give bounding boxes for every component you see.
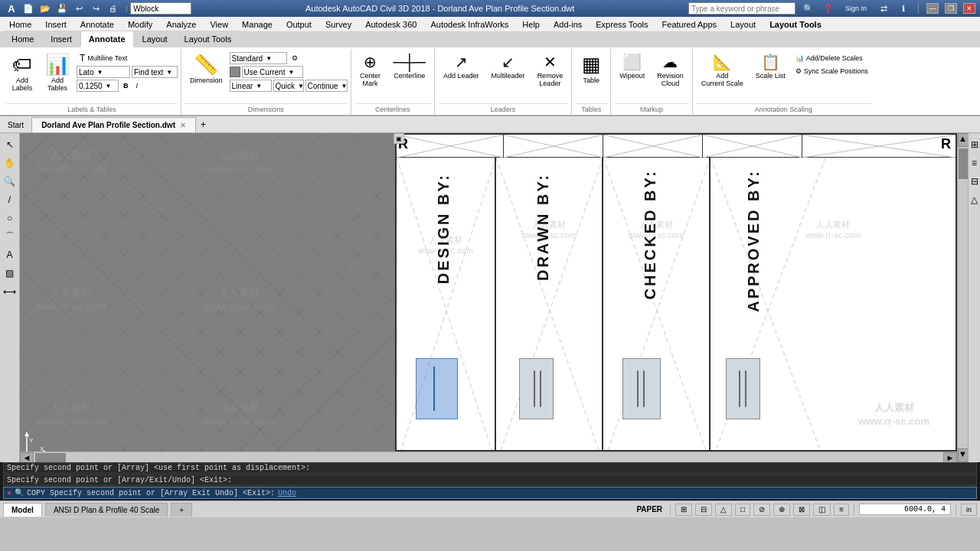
hatch-tool-button[interactable]: ▨ bbox=[2, 265, 18, 282]
drawn-by-input-1[interactable] bbox=[519, 358, 554, 419]
checked-by-input-1[interactable] bbox=[622, 358, 661, 419]
dimension-tool-button[interactable]: ⟷ bbox=[2, 283, 18, 300]
horizontal-scrollbar[interactable]: ◄ ► bbox=[20, 452, 957, 462]
minimize-button[interactable]: — bbox=[926, 3, 939, 14]
cmd-line-active[interactable]: ✕ 🔍 COPY Specify second point or [Array … bbox=[3, 487, 977, 499]
font-style-combo[interactable]: Find text▼ bbox=[132, 66, 178, 78]
menu-help[interactable]: Help bbox=[516, 17, 546, 32]
menu-autodesk360[interactable]: Autodesk 360 bbox=[359, 17, 423, 32]
arc-tool-button[interactable]: ⌒ bbox=[2, 228, 18, 245]
v-scroll-up[interactable]: ▲ bbox=[958, 133, 968, 147]
command-input[interactable] bbox=[130, 2, 191, 15]
undo-button[interactable]: ↩ bbox=[72, 2, 86, 15]
tab-layouttools[interactable]: Layout Tools bbox=[176, 31, 240, 47]
dim-style-combo[interactable]: Standard▼ bbox=[230, 52, 287, 64]
tab-close-icon[interactable]: ✕ bbox=[180, 122, 186, 129]
table-button[interactable]: ▦ Table bbox=[575, 51, 607, 101]
info-button[interactable]: ℹ bbox=[897, 2, 910, 15]
exchange-button[interactable]: ⇄ bbox=[877, 2, 890, 15]
dim-layer-combo[interactable]: Use Current▼ bbox=[242, 66, 303, 78]
start-tab[interactable]: Start bbox=[0, 117, 31, 132]
open-file-button[interactable]: 📂 bbox=[38, 2, 52, 15]
add-tables-button[interactable]: 📊 AddTables bbox=[40, 51, 75, 101]
vertical-scrollbar[interactable]: ▲ ▼ bbox=[957, 133, 968, 462]
sync-scale-positions-button[interactable]: ⚙ Sync Scale Positions bbox=[792, 65, 871, 77]
italic-button[interactable]: I bbox=[133, 80, 142, 92]
dyn-button[interactable]: ◫ bbox=[813, 504, 831, 516]
menu-view[interactable]: View bbox=[204, 17, 234, 32]
pan-tool-button[interactable]: ✋ bbox=[2, 155, 18, 171]
h-scroll-left[interactable]: ◄ bbox=[20, 452, 34, 462]
revision-cloud-button[interactable]: ☁ RevisionCloud bbox=[652, 51, 689, 101]
menu-home[interactable]: Home bbox=[3, 17, 38, 32]
v-scroll-down[interactable]: ▼ bbox=[958, 448, 968, 462]
tab-annotate[interactable]: Annotate bbox=[80, 31, 134, 47]
app-logo[interactable]: A bbox=[5, 2, 18, 15]
menu-insert[interactable]: Insert bbox=[39, 17, 73, 32]
approved-by-input-1[interactable] bbox=[726, 358, 760, 419]
snap-button[interactable]: ⊞ bbox=[675, 504, 692, 516]
print-button[interactable]: 🖨 bbox=[106, 2, 119, 15]
add-layout-tab[interactable]: + bbox=[171, 503, 192, 517]
tab-insert[interactable]: Insert bbox=[42, 31, 80, 47]
add-delete-scales-button[interactable]: 📊 Add/Delete Scales bbox=[792, 52, 871, 64]
ortho-button[interactable]: △ bbox=[715, 504, 732, 516]
sign-in-button[interactable]: Sign In bbox=[841, 2, 871, 15]
right-panel-btn-1[interactable]: ⊞ bbox=[966, 136, 981, 153]
search-button[interactable]: 🔍 bbox=[802, 2, 815, 15]
v-scroll-thumb[interactable] bbox=[959, 148, 968, 179]
menu-featuredapps[interactable]: Featured Apps bbox=[656, 17, 724, 32]
cmd-close-btn[interactable]: ✕ bbox=[7, 488, 11, 497]
menu-output[interactable]: Output bbox=[280, 17, 318, 32]
add-leader-button[interactable]: ↗ Add Leader bbox=[438, 51, 485, 101]
save-button[interactable]: 💾 bbox=[55, 2, 69, 15]
zoom-in-button[interactable]: 🔍 bbox=[2, 173, 18, 190]
select-tool-button[interactable]: ↖ bbox=[2, 136, 18, 153]
new-file-button[interactable]: 📄 bbox=[21, 2, 35, 15]
dim-type-combo[interactable]: Linear▼ bbox=[230, 80, 272, 92]
scale-list-button[interactable]: 📋 Scale List bbox=[750, 51, 791, 101]
remove-leader-button[interactable]: ✕ RemoveLeader bbox=[532, 51, 569, 101]
search-input[interactable] bbox=[688, 2, 795, 15]
menu-infraworks[interactable]: Autodesk InfraWorks bbox=[424, 17, 514, 32]
dim-quick-combo[interactable]: Quick▼ bbox=[273, 80, 304, 92]
right-panel-btn-4[interactable]: △ bbox=[966, 191, 981, 208]
dim-continue-combo[interactable]: Continue▼ bbox=[305, 80, 348, 92]
design-by-input-selected[interactable] bbox=[416, 358, 458, 419]
line-tool-button[interactable]: / bbox=[2, 191, 18, 208]
add-labels-button[interactable]: 🏷 AddLabels bbox=[6, 51, 38, 101]
menu-annotate[interactable]: Annotate bbox=[74, 17, 120, 32]
active-document-tab[interactable]: Dorland Ave Plan Profile Section.dwt ✕ bbox=[31, 117, 196, 132]
bold-button[interactable]: B bbox=[120, 80, 132, 92]
centerline-button[interactable]: ─┼─ Centerline bbox=[388, 51, 432, 101]
dimension-button[interactable]: 📏 Dimension bbox=[185, 51, 228, 101]
menu-layouttools[interactable]: Layout Tools bbox=[763, 17, 828, 32]
menu-modify[interactable]: Modify bbox=[122, 17, 158, 32]
canvas-area[interactable]: 人人素材www.rr-sc.com 人人素材www.rr-sc.com 人人素材… bbox=[20, 133, 968, 462]
add-tab-button[interactable]: + bbox=[196, 117, 211, 132]
menu-addins[interactable]: Add-ins bbox=[547, 17, 588, 32]
multiline-text-button[interactable]: T Multiline Text bbox=[77, 52, 178, 64]
text-tool-button[interactable]: A bbox=[2, 246, 18, 263]
tab-home[interactable]: Home bbox=[3, 31, 42, 47]
menu-survey[interactable]: Survey bbox=[319, 17, 358, 32]
wipeout-button[interactable]: ⬜ Wipeout bbox=[614, 51, 650, 101]
menu-manage[interactable]: Manage bbox=[236, 17, 279, 32]
menu-layout[interactable]: Layout bbox=[724, 17, 762, 32]
multileader-button[interactable]: ↙ Multileader bbox=[486, 51, 531, 101]
right-panel-btn-2[interactable]: ≡ bbox=[966, 155, 981, 171]
osnap-button[interactable]: ⊘ bbox=[753, 504, 770, 516]
undo-text[interactable]: Undo bbox=[278, 489, 296, 497]
center-mark-button[interactable]: ⊕ CenterMark bbox=[354, 51, 387, 101]
h-scroll-thumb[interactable] bbox=[35, 453, 66, 462]
model-tab[interactable]: Model bbox=[3, 503, 42, 517]
dim-settings-button[interactable]: ⚙ bbox=[289, 52, 301, 64]
font-size-combo[interactable]: 0.1250▼ bbox=[77, 80, 119, 92]
tab-layout[interactable]: Layout bbox=[134, 31, 176, 47]
otrack-button[interactable]: ⊕ bbox=[773, 504, 790, 516]
linkedin-button[interactable]: in bbox=[961, 504, 977, 516]
redo-button[interactable]: ↪ bbox=[89, 2, 103, 15]
add-current-scale-button[interactable]: 📐 AddCurrent Scale bbox=[696, 51, 749, 101]
lweight-button[interactable]: ≡ bbox=[834, 504, 849, 516]
h-scroll-right[interactable]: ► bbox=[943, 452, 957, 462]
